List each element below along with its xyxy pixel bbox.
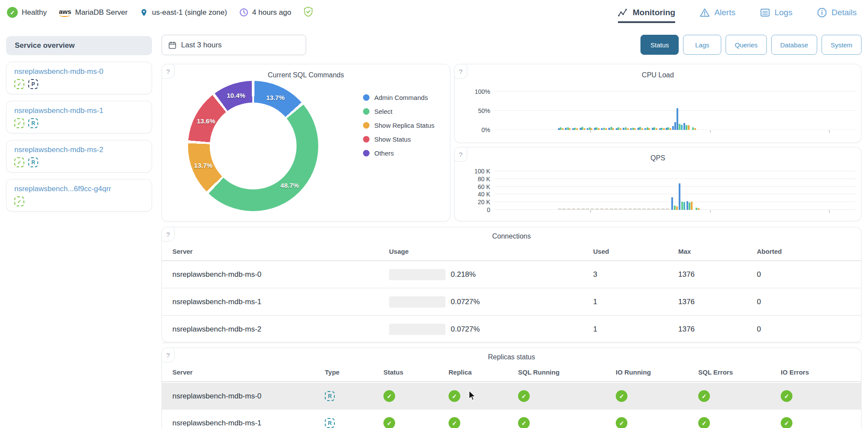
- cpu-load-plot: 100%50%0%: [495, 88, 856, 130]
- chart-bar: [653, 127, 655, 130]
- table-row[interactable]: nsreplawsbench-mdb-ms-10.0727%113760: [162, 289, 861, 316]
- table-row[interactable]: nsreplawsbench-mdb-ms-00.218%313760: [162, 261, 861, 289]
- usage-progress-bar: [389, 324, 446, 335]
- replica-badge: R: [28, 118, 38, 128]
- sql-commands-card: ? Current SQL Commands 13.7%48.7%13.7%13…: [162, 64, 450, 222]
- x-axis-tick: [710, 210, 711, 212]
- chart-legend: Admin CommandsSelectShow Replica StatusS…: [363, 90, 434, 160]
- used-value: 1: [593, 298, 678, 306]
- table-row[interactable]: nsreplawsbench-mdb-ms-1R✓✓✓✓✓✓: [162, 410, 861, 428]
- chart-bar: [667, 127, 669, 130]
- tab-alerts[interactable]: Alerts: [700, 0, 736, 25]
- aws-logo-icon: aws: [59, 8, 71, 17]
- chart-bar: [598, 128, 600, 130]
- sql-running-check-icon: ✓: [518, 390, 530, 402]
- chart-bar: [632, 128, 634, 130]
- chart-bar: [661, 128, 663, 130]
- chart-bar: [689, 202, 690, 210]
- info-hexagon-icon: [817, 7, 827, 18]
- x-axis-tick: [710, 130, 711, 133]
- connections-card: ? Connections Server Usage Used Max Abor…: [162, 227, 861, 342]
- tab-details[interactable]: Details: [817, 0, 857, 25]
- gridline: [495, 202, 856, 202]
- status-cell: ✓: [383, 390, 449, 402]
- sidebar-server-item[interactable]: nsreplawsbench-mdb-ms-2✓R: [6, 140, 152, 173]
- server-badges: ✓: [14, 196, 144, 206]
- help-button[interactable]: ?: [162, 64, 175, 79]
- legend-item: Select: [363, 104, 434, 118]
- donut-slice-label: 13.7%: [194, 161, 213, 169]
- view-button-database[interactable]: Database: [771, 35, 817, 55]
- server-name: nsreplawsbench-mdb-ms-0: [162, 270, 389, 279]
- chart-bar: [581, 209, 585, 209]
- healthy-badge: ✓: [14, 196, 24, 206]
- legend-color-dot: [363, 94, 370, 101]
- chart-bar: [612, 128, 614, 130]
- server-link[interactable]: nsreplawsbench...6f9cc-g4qrr: [14, 185, 144, 193]
- help-button[interactable]: ?: [454, 64, 467, 79]
- view-button-status[interactable]: Status: [640, 35, 679, 55]
- chart-bar: [681, 125, 683, 130]
- healthy-badge: ✓: [14, 79, 24, 89]
- legend-item: Others: [363, 146, 434, 160]
- chart-bar: [605, 209, 608, 209]
- chart-title: Current SQL Commands: [162, 71, 450, 79]
- tab-monitoring[interactable]: Monitoring: [618, 0, 675, 25]
- table-row[interactable]: nsreplawsbench-mdb-ms-20.0727%113760: [162, 316, 861, 343]
- chart-bar: [617, 127, 619, 130]
- gridline: [495, 179, 856, 179]
- replica-cell: ✓: [449, 390, 518, 402]
- donut-chart: 13.7%48.7%13.7%13.6%10.4%: [188, 81, 318, 211]
- primary-badge: P: [28, 79, 38, 89]
- chart-bar: [683, 202, 685, 210]
- chart-bar: [572, 128, 574, 130]
- time-range-picker[interactable]: Last 3 hours: [162, 35, 306, 55]
- column-header: Type: [325, 368, 383, 376]
- table-row[interactable]: nsreplawsbench-mdb-ms-0R✓✓✓✓✓✓: [162, 383, 861, 410]
- legend-label: Select: [374, 108, 393, 115]
- view-button-queries[interactable]: Queries: [726, 35, 767, 55]
- chart-bar: [686, 125, 687, 130]
- view-button-system[interactable]: System: [822, 35, 861, 55]
- chart-bar: [594, 128, 596, 130]
- chart-bar: [616, 128, 617, 130]
- server-link[interactable]: nsreplawsbench-mdb-ms-1: [14, 106, 144, 115]
- usage-cell: 0.218%: [389, 269, 593, 280]
- replica-badge: R: [28, 157, 38, 167]
- chart-bar: [666, 209, 669, 209]
- help-button[interactable]: ?: [454, 147, 467, 162]
- chart-bar: [674, 122, 676, 130]
- chart-bar: [574, 128, 576, 130]
- chart-bar: [572, 209, 575, 209]
- mouse-cursor: [467, 390, 477, 401]
- server-link[interactable]: nsreplawsbench-mdb-ms-2: [14, 146, 144, 154]
- help-button[interactable]: ?: [162, 227, 175, 242]
- sidebar-server-item[interactable]: nsreplawsbench...6f9cc-g4qrr✓: [6, 179, 152, 212]
- help-button[interactable]: ?: [162, 348, 175, 362]
- sidebar-title: Service overview: [6, 36, 152, 55]
- legend-label: Show Status: [374, 136, 411, 143]
- chart-bar: [558, 209, 561, 209]
- sidebar-server-item[interactable]: nsreplawsbench-mdb-ms-1✓R: [6, 101, 152, 133]
- tab-logs[interactable]: Logs: [760, 0, 792, 25]
- legend-label: Show Replica Status: [374, 122, 434, 129]
- server-link[interactable]: nsreplawsbench-mdb-ms-0: [14, 67, 144, 76]
- replica-type-badge: R: [325, 418, 335, 428]
- donut-hole: [210, 103, 297, 189]
- chart-bar: [562, 209, 566, 209]
- view-button-lags[interactable]: Lags: [683, 35, 721, 55]
- shield-check-icon: [304, 7, 313, 19]
- chart-bar: [686, 201, 688, 210]
- column-header: Replica: [449, 368, 518, 376]
- chart-bar: [558, 128, 560, 130]
- table-title: Replicas status: [162, 353, 861, 361]
- column-header: SQL Running: [518, 368, 616, 376]
- replicas-rows: nsreplawsbench-mdb-ms-0R✓✓✓✓✓✓nsreplawsb…: [162, 383, 861, 428]
- y-axis-label: 0: [487, 206, 490, 213]
- chart-bar: [576, 128, 578, 130]
- chart-title: CPU Load: [455, 71, 861, 79]
- sidebar-server-item[interactable]: nsreplawsbench-mdb-ms-0✓P: [6, 62, 152, 94]
- legend-color-dot: [363, 108, 370, 115]
- tab-monitoring-label: Monitoring: [633, 8, 675, 17]
- donut-slice-label: 10.4%: [227, 92, 245, 99]
